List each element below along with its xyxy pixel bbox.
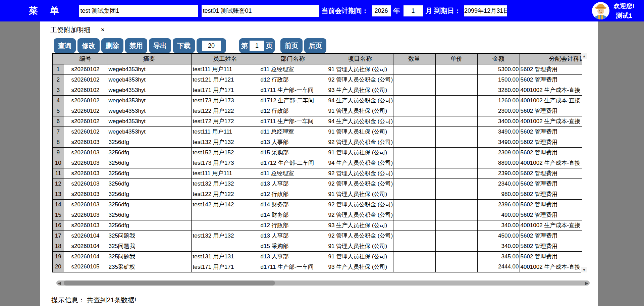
table-cell: wegeb4353hyt (107, 64, 191, 74)
table-cell: 3256dfg (107, 168, 191, 178)
table-row[interactable]: 15s202601033256dfgd14 财务部92 管理人员公积金 (公司)… (52, 210, 582, 220)
table-cell: 5300.00 (477, 64, 520, 74)
table-cell: d1712 生产部-二车间 (259, 95, 327, 106)
delete-button[interactable]: 删除 (101, 38, 123, 53)
table-row[interactable]: 12s202601033256dfgtest132 用户132d13 人事部92… (52, 178, 582, 189)
table-row[interactable]: 16s202601033256dfgd12 行政部93 生产人员社保 (公司)3… (52, 220, 582, 231)
scroll-up-icon[interactable]: ▲ (581, 53, 587, 59)
table-cell: 5602 管理费用 (520, 231, 582, 241)
table-cell (191, 210, 259, 220)
table-cell: test171 用户171 (191, 262, 259, 272)
table-cell: 5602 管理费用 (520, 106, 582, 116)
table-cell (393, 74, 435, 85)
table-cell: 325问题我 (107, 251, 191, 262)
row-number-cell: 12 (52, 178, 64, 189)
export-button[interactable]: 导出 (149, 38, 171, 53)
table-row[interactable]: 17s20260104325问题我test132 用户132d13 人事部92 … (52, 231, 582, 241)
header-row: 编号摘要员工姓名部门名称项目名称数量单价金额分配会计科目 (52, 53, 582, 64)
table-row[interactable]: 13s202601033256dfgtest122 用户122d12 行政部91… (52, 189, 582, 199)
table-row[interactable]: 9s202601033256dfgtest152 用户152d15 采购部91 … (52, 147, 582, 158)
table-row[interactable]: 11s202601033256dfgtest111 用户111d11 总经理室9… (52, 168, 582, 178)
column-header: 分配会计科目 (520, 53, 582, 64)
table-cell: d15 采购部 (259, 241, 327, 251)
table-row[interactable]: 5s20260102wegeb4353hyttest122 用户122d12 行… (52, 106, 582, 116)
table-row[interactable]: 19s20260104325问题我test131 用户131d13 人事部91 … (52, 251, 582, 262)
modify-button[interactable]: 修改 (77, 38, 100, 53)
table-cell: wegeb4353hyt (107, 126, 191, 137)
table-cell: test142 用户142 (191, 199, 259, 210)
table-row[interactable]: 7s20260102wegeb4353hyttest111 用户111d11 总… (52, 126, 582, 137)
prev-page-button[interactable]: 前页 (280, 38, 303, 53)
scroll-left-icon[interactable]: ◀ (56, 281, 62, 286)
table-cell (393, 262, 435, 272)
scroll-right-icon[interactable]: ▶ (584, 281, 590, 286)
account-set-input[interactable] (202, 5, 319, 17)
horizontal-scroll-thumb[interactable] (64, 280, 275, 286)
table-cell: d15 采购部 (259, 147, 327, 158)
table-cell: 340.00 (477, 220, 520, 231)
table-cell: s20260102 (64, 116, 107, 126)
table-cell: d14 财务部 (259, 199, 327, 210)
table-row[interactable]: 3s20260102wegeb4353hyttest171 用户171d1711… (52, 85, 582, 95)
table-cell: 5602 管理费用 (520, 74, 582, 85)
table-cell: 2340.00 (477, 178, 520, 189)
horizontal-scrollbar[interactable]: ◀ ▶ (56, 280, 590, 286)
query-button[interactable]: 查询 (54, 38, 76, 53)
table-cell: d11 总经理室 (259, 126, 327, 137)
table-row[interactable]: 20s20260105235采矿权test171 用户171d1711 生产部-… (52, 262, 582, 272)
table-cell: 3256dfg (107, 220, 191, 231)
user-avatar-icon[interactable] (592, 2, 609, 19)
scroll-down-icon[interactable]: ▼ (581, 267, 587, 272)
table-cell (435, 64, 477, 74)
table-cell (393, 199, 435, 210)
table-row[interactable]: 2s20260102wegeb4353hyttest121 用户121d12 行… (52, 74, 582, 85)
download-button[interactable]: 下载 (173, 38, 195, 53)
row-number-cell: 19 (52, 251, 64, 262)
table-cell: s20260103 (64, 178, 107, 189)
month-input[interactable] (404, 5, 423, 16)
table-cell: 5602 管理费用 (520, 189, 582, 199)
tab-close-icon[interactable]: ✕ (101, 27, 105, 33)
page-size-input[interactable] (202, 41, 221, 51)
table-row[interactable]: 10s202601033256dfgtest173 用户173d1712 生产部… (52, 158, 582, 168)
row-number-cell: 16 (52, 220, 64, 231)
table-cell: 92 管理人员公积金 (公司) (327, 74, 393, 85)
table-cell: d11 总经理室 (259, 64, 327, 74)
table-row[interactable]: 6s20260102wegeb4353hyttest172 用户172d1711… (52, 116, 582, 126)
table-row[interactable]: 18s20260104325问题我d15 采购部91 管理人员社保 (公司)34… (52, 241, 582, 251)
table-cell: 94 生产人员公积金 (公司) (327, 158, 393, 168)
group-input[interactable] (79, 5, 198, 17)
table-cell: 5602 管理费用 (520, 168, 582, 178)
expiry-date-input[interactable] (464, 5, 507, 16)
table-cell: 2309.00 (477, 147, 520, 158)
next-page-button[interactable]: 后页 (304, 38, 326, 53)
column-header: 单价 (435, 53, 477, 64)
table-cell: 2396.00 (477, 199, 520, 210)
table-cell: s20260102 (64, 126, 107, 137)
vertical-scrollbar[interactable]: ▲ ▼ (581, 53, 587, 272)
table-cell: 345.00 (477, 251, 520, 262)
row-number-cell: 9 (52, 147, 64, 158)
page-number-input[interactable] (250, 41, 264, 51)
table-row[interactable]: 4s20260102wegeb4353hyttest173 用户173d1712… (52, 95, 582, 106)
table-cell: 3256dfg (107, 210, 191, 220)
table-cell (393, 189, 435, 199)
table-row[interactable]: 8s202601033256dfgtest132 用户132d13 人事部92 … (52, 137, 582, 147)
table-cell (435, 262, 477, 272)
row-number-cell: 14 (52, 199, 64, 210)
table-cell: test121 用户121 (191, 74, 259, 85)
disable-button[interactable]: 禁用 (125, 38, 147, 53)
table-cell: d13 人事部 (259, 178, 327, 189)
table-cell: s20260103 (64, 199, 107, 210)
table-cell (393, 251, 435, 262)
menu-button[interactable]: 菜 单 (29, 5, 64, 17)
table-cell: 4001002 生产成本-直接 (520, 220, 582, 231)
table-cell: 4001002 生产成本-直接 (520, 116, 582, 126)
table-cell: s20260102 (64, 74, 107, 85)
tab-salary-detail[interactable]: 工资附加明细 (50, 26, 91, 35)
table-cell: test171 用户171 (191, 85, 259, 95)
table-row[interactable]: 1s20260102wegeb4353hyttest111 用户111d11 总… (52, 64, 582, 74)
table-row[interactable]: 14s202601033256dfgtest142 用户142d14 财务部92… (52, 199, 582, 210)
welcome-line: 欢迎您! (613, 2, 635, 10)
year-input[interactable] (372, 5, 391, 16)
